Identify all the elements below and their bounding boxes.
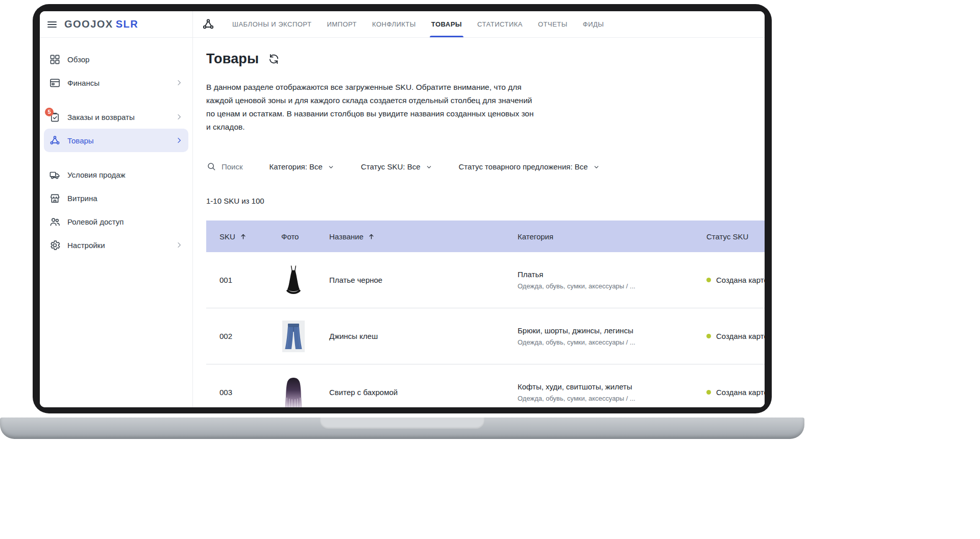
title-row: Товары bbox=[206, 50, 765, 67]
hamburger-menu-icon[interactable] bbox=[46, 18, 58, 31]
table-header: SKUФотоНазваниеКатегорияСтатус SKU bbox=[206, 220, 765, 252]
filters-row: Поиск Категория: Все Статус SKU: Все bbox=[206, 160, 765, 173]
cell-status: Создана карточка bbox=[706, 388, 765, 397]
cell-status: Создана карточка bbox=[706, 276, 765, 284]
category-main: Платья bbox=[518, 270, 706, 279]
category-path: Одежда, обувь, сумки, аксессуары / ... bbox=[518, 395, 706, 402]
app-screen: GOOJOXSLR ОбзорФинансы5Заказы и возвраты… bbox=[40, 11, 765, 407]
main-area: ШАБЛОНЫ И ЭКСПОРТИМПОРТКОНФЛИКТЫТОВАРЫСТ… bbox=[193, 11, 765, 407]
search-icon bbox=[206, 161, 216, 172]
tab-feeds[interactable]: ФИДЫ bbox=[583, 11, 604, 37]
tab-statistics[interactable]: СТАТИСТИКА bbox=[477, 11, 523, 37]
brand-logo: GOOJOXSLR bbox=[64, 18, 138, 30]
status-dot bbox=[706, 390, 711, 395]
table-body: 001Платье черноеПлатьяОдежда, обувь, сум… bbox=[206, 252, 765, 407]
column-header-photo: Фото bbox=[281, 232, 329, 241]
offer-status-filter[interactable]: Статус товарного предложения: Все bbox=[459, 162, 600, 171]
category-path: Одежда, обувь, сумки, аксессуары / ... bbox=[518, 338, 706, 346]
cell-category: ПлатьяОдежда, обувь, сумки, аксессуары /… bbox=[518, 270, 706, 290]
column-header-status: Статус SKU bbox=[706, 232, 765, 241]
tab-import[interactable]: ИМПОРТ bbox=[327, 11, 357, 37]
dashboard-icon bbox=[49, 54, 61, 65]
sidebar-item-label: Витрина bbox=[67, 194, 97, 203]
tab-products[interactable]: ТОВАРЫ bbox=[431, 11, 462, 37]
gear-icon bbox=[49, 239, 61, 251]
offer-status-filter-label: Статус товарного предложения: Все bbox=[459, 162, 588, 171]
finance-icon bbox=[49, 77, 61, 89]
sidebar-item-label: Товары bbox=[67, 136, 94, 145]
sidebar-item-label: Настройки bbox=[67, 241, 105, 250]
table-row[interactable]: 002Джинсы клешБрюки, шорты, джинсы, леги… bbox=[206, 308, 765, 364]
laptop-frame: GOOJOXSLR ОбзорФинансы5Заказы и возвраты… bbox=[33, 4, 772, 413]
cell-photo bbox=[281, 264, 329, 297]
products-section-icon bbox=[202, 18, 215, 31]
refresh-icon[interactable] bbox=[268, 53, 280, 65]
brand-suffix: SLR bbox=[116, 18, 139, 30]
page-description: В данном разделе отображаются все загруж… bbox=[206, 81, 535, 134]
chevron-right-icon bbox=[175, 241, 183, 249]
cell-photo bbox=[281, 376, 329, 408]
product-photo-black-dress bbox=[281, 264, 306, 297]
cell-photo bbox=[281, 320, 329, 353]
results-count: 1-10 SKU из 100 bbox=[206, 196, 765, 206]
column-label: Категория bbox=[518, 232, 553, 241]
truck-icon bbox=[49, 169, 61, 181]
top-navigation: ШАБЛОНЫ И ЭКСПОРТИМПОРТКОНФЛИКТЫТОВАРЫСТ… bbox=[193, 11, 765, 38]
cell-name: Платье черное bbox=[329, 276, 518, 284]
tab-templates-export[interactable]: ШАБЛОНЫ И ЭКСПОРТ bbox=[232, 11, 311, 37]
status-label: Создана карточка bbox=[716, 332, 765, 340]
orders-icon: 5 bbox=[49, 111, 61, 123]
sidebar-item-label: Ролевой доступ bbox=[67, 217, 124, 226]
status-dot bbox=[706, 334, 711, 338]
sidebar-item-orders-returns[interactable]: 5Заказы и возвраты bbox=[44, 105, 188, 129]
chevron-right-icon bbox=[175, 79, 183, 87]
tab-conflicts[interactable]: КОНФЛИКТЫ bbox=[372, 11, 416, 37]
cell-sku: 001 bbox=[219, 276, 281, 284]
sidebar-item-settings[interactable]: Настройки bbox=[44, 233, 188, 257]
status-dot bbox=[706, 278, 711, 282]
sidebar-item-overview[interactable]: Обзор bbox=[44, 47, 188, 71]
cell-name: Свитер с бахромой bbox=[329, 388, 518, 397]
page-content: Товары В данном разделе отображаются все… bbox=[193, 38, 765, 407]
table-row[interactable]: 003Свитер с бахромойКофты, худи, свитшот… bbox=[206, 364, 765, 407]
category-filter[interactable]: Категория: Все bbox=[270, 162, 334, 171]
laptop-base bbox=[0, 418, 804, 439]
tab-bar: ШАБЛОНЫ И ЭКСПОРТИМПОРТКОНФЛИКТЫТОВАРЫСТ… bbox=[232, 11, 619, 37]
column-label: Фото bbox=[281, 232, 299, 241]
cell-name: Джинсы клеш bbox=[329, 332, 518, 340]
column-header-category: Категория bbox=[518, 232, 706, 241]
sidebar-group: ОбзорФинансы bbox=[44, 47, 188, 94]
products-icon bbox=[49, 135, 61, 146]
sidebar-menu: ОбзорФинансы5Заказы и возвратыТоварыУсло… bbox=[40, 38, 192, 266]
chevron-right-icon bbox=[175, 113, 183, 121]
sidebar-item-role-access[interactable]: Ролевой доступ bbox=[44, 210, 188, 233]
sidebar-item-storefront[interactable]: Витрина bbox=[44, 186, 188, 210]
tab-reports[interactable]: ОТЧЕТЫ bbox=[538, 11, 568, 37]
cell-sku: 003 bbox=[219, 388, 281, 397]
sidebar-group: 5Заказы и возвратыТовары bbox=[44, 105, 188, 152]
sku-status-filter[interactable]: Статус SKU: Все bbox=[361, 162, 432, 171]
category-main: Кофты, худи, свитшоты, жилеты bbox=[518, 382, 706, 391]
sidebar-item-label: Обзор bbox=[67, 55, 89, 64]
status-label: Создана карточка bbox=[716, 276, 765, 284]
sidebar: GOOJOXSLR ОбзорФинансы5Заказы и возвраты… bbox=[40, 11, 193, 407]
sidebar-item-sales-terms[interactable]: Условия продаж bbox=[44, 163, 188, 186]
chevron-down-icon bbox=[426, 164, 432, 170]
product-photo-flare-jeans bbox=[281, 320, 306, 353]
sku-status-filter-label: Статус SKU: Все bbox=[361, 162, 421, 171]
sidebar-item-products[interactable]: Товары bbox=[44, 129, 188, 152]
table-row[interactable]: 001Платье черноеПлатьяОдежда, обувь, сум… bbox=[206, 252, 765, 308]
people-icon bbox=[49, 216, 61, 228]
sidebar-group: Условия продажВитринаРолевой доступНастр… bbox=[44, 163, 188, 257]
column-header-name[interactable]: Название bbox=[329, 232, 518, 241]
search-label: Поиск bbox=[222, 162, 243, 171]
search-control[interactable]: Поиск bbox=[206, 161, 243, 172]
products-table: SKUФотоНазваниеКатегорияСтатус SKU 001Пл… bbox=[206, 220, 765, 407]
sidebar-item-finances[interactable]: Финансы bbox=[44, 71, 188, 94]
column-label: Статус SKU bbox=[706, 232, 748, 241]
column-header-sku[interactable]: SKU bbox=[219, 232, 281, 241]
sidebar-item-label: Условия продаж bbox=[67, 170, 126, 179]
storefront-icon bbox=[49, 192, 61, 204]
cell-sku: 002 bbox=[219, 332, 281, 340]
cell-status: Создана карточка bbox=[706, 332, 765, 340]
